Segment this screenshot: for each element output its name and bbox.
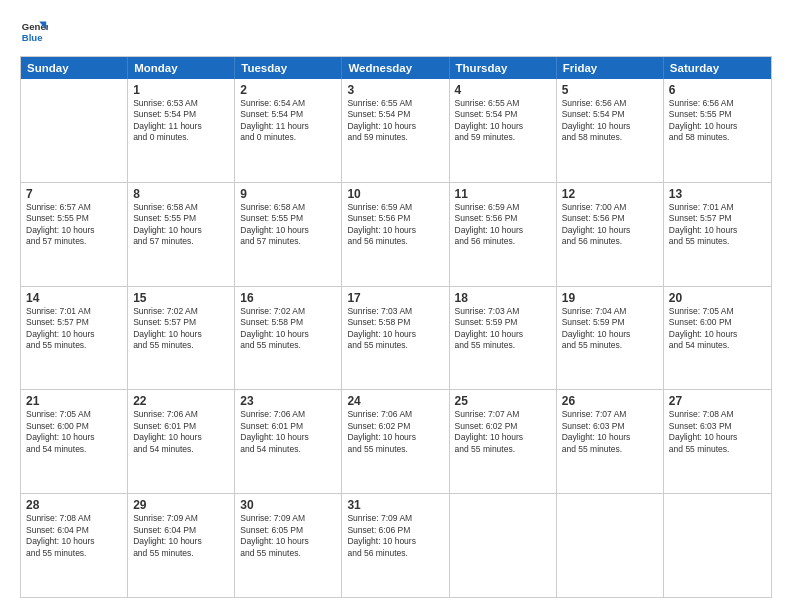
day-number: 29 xyxy=(133,498,229,512)
header-day-monday: Monday xyxy=(128,57,235,79)
header-day-saturday: Saturday xyxy=(664,57,771,79)
calendar-cell: 15Sunrise: 7:02 AM Sunset: 5:57 PM Dayli… xyxy=(128,287,235,390)
day-info: Sunrise: 6:56 AM Sunset: 5:55 PM Dayligh… xyxy=(669,98,766,144)
day-number: 18 xyxy=(455,291,551,305)
day-number: 3 xyxy=(347,83,443,97)
day-number: 17 xyxy=(347,291,443,305)
day-number: 9 xyxy=(240,187,336,201)
calendar-cell xyxy=(450,494,557,597)
day-info: Sunrise: 6:54 AM Sunset: 5:54 PM Dayligh… xyxy=(240,98,336,144)
calendar-cell: 23Sunrise: 7:06 AM Sunset: 6:01 PM Dayli… xyxy=(235,390,342,493)
calendar-cell: 19Sunrise: 7:04 AM Sunset: 5:59 PM Dayli… xyxy=(557,287,664,390)
day-info: Sunrise: 6:55 AM Sunset: 5:54 PM Dayligh… xyxy=(455,98,551,144)
day-number: 4 xyxy=(455,83,551,97)
calendar-cell: 10Sunrise: 6:59 AM Sunset: 5:56 PM Dayli… xyxy=(342,183,449,286)
day-number: 22 xyxy=(133,394,229,408)
page: General Blue SundayMondayTuesdayWednesda… xyxy=(0,0,792,612)
day-number: 21 xyxy=(26,394,122,408)
calendar-cell: 22Sunrise: 7:06 AM Sunset: 6:01 PM Dayli… xyxy=(128,390,235,493)
day-info: Sunrise: 7:07 AM Sunset: 6:02 PM Dayligh… xyxy=(455,409,551,455)
day-number: 30 xyxy=(240,498,336,512)
day-number: 19 xyxy=(562,291,658,305)
calendar-cell: 5Sunrise: 6:56 AM Sunset: 5:54 PM Daylig… xyxy=(557,79,664,182)
day-number: 12 xyxy=(562,187,658,201)
day-number: 14 xyxy=(26,291,122,305)
calendar-cell: 6Sunrise: 6:56 AM Sunset: 5:55 PM Daylig… xyxy=(664,79,771,182)
calendar-cell: 27Sunrise: 7:08 AM Sunset: 6:03 PM Dayli… xyxy=(664,390,771,493)
day-number: 13 xyxy=(669,187,766,201)
day-number: 24 xyxy=(347,394,443,408)
calendar-cell: 13Sunrise: 7:01 AM Sunset: 5:57 PM Dayli… xyxy=(664,183,771,286)
day-info: Sunrise: 7:00 AM Sunset: 5:56 PM Dayligh… xyxy=(562,202,658,248)
day-info: Sunrise: 7:04 AM Sunset: 5:59 PM Dayligh… xyxy=(562,306,658,352)
calendar-week-3: 14Sunrise: 7:01 AM Sunset: 5:57 PM Dayli… xyxy=(21,287,771,391)
day-number: 26 xyxy=(562,394,658,408)
calendar-week-5: 28Sunrise: 7:08 AM Sunset: 6:04 PM Dayli… xyxy=(21,494,771,597)
calendar-cell: 21Sunrise: 7:05 AM Sunset: 6:00 PM Dayli… xyxy=(21,390,128,493)
day-info: Sunrise: 6:55 AM Sunset: 5:54 PM Dayligh… xyxy=(347,98,443,144)
calendar-cell: 29Sunrise: 7:09 AM Sunset: 6:04 PM Dayli… xyxy=(128,494,235,597)
calendar-cell: 12Sunrise: 7:00 AM Sunset: 5:56 PM Dayli… xyxy=(557,183,664,286)
day-number: 1 xyxy=(133,83,229,97)
day-number: 11 xyxy=(455,187,551,201)
calendar-cell: 4Sunrise: 6:55 AM Sunset: 5:54 PM Daylig… xyxy=(450,79,557,182)
header: General Blue xyxy=(20,18,772,46)
day-info: Sunrise: 7:08 AM Sunset: 6:04 PM Dayligh… xyxy=(26,513,122,559)
day-info: Sunrise: 7:01 AM Sunset: 5:57 PM Dayligh… xyxy=(669,202,766,248)
calendar-cell: 11Sunrise: 6:59 AM Sunset: 5:56 PM Dayli… xyxy=(450,183,557,286)
calendar-cell: 3Sunrise: 6:55 AM Sunset: 5:54 PM Daylig… xyxy=(342,79,449,182)
day-info: Sunrise: 7:07 AM Sunset: 6:03 PM Dayligh… xyxy=(562,409,658,455)
day-info: Sunrise: 7:06 AM Sunset: 6:01 PM Dayligh… xyxy=(133,409,229,455)
day-info: Sunrise: 7:09 AM Sunset: 6:06 PM Dayligh… xyxy=(347,513,443,559)
day-info: Sunrise: 6:59 AM Sunset: 5:56 PM Dayligh… xyxy=(347,202,443,248)
header-day-thursday: Thursday xyxy=(450,57,557,79)
calendar-body: 1Sunrise: 6:53 AM Sunset: 5:54 PM Daylig… xyxy=(21,79,771,597)
day-number: 25 xyxy=(455,394,551,408)
calendar-cell: 8Sunrise: 6:58 AM Sunset: 5:55 PM Daylig… xyxy=(128,183,235,286)
day-info: Sunrise: 7:03 AM Sunset: 5:58 PM Dayligh… xyxy=(347,306,443,352)
day-number: 10 xyxy=(347,187,443,201)
calendar-cell: 31Sunrise: 7:09 AM Sunset: 6:06 PM Dayli… xyxy=(342,494,449,597)
header-day-tuesday: Tuesday xyxy=(235,57,342,79)
calendar-cell: 9Sunrise: 6:58 AM Sunset: 5:55 PM Daylig… xyxy=(235,183,342,286)
day-number: 20 xyxy=(669,291,766,305)
day-number: 15 xyxy=(133,291,229,305)
calendar-cell xyxy=(557,494,664,597)
calendar-cell: 2Sunrise: 6:54 AM Sunset: 5:54 PM Daylig… xyxy=(235,79,342,182)
day-number: 27 xyxy=(669,394,766,408)
day-info: Sunrise: 7:06 AM Sunset: 6:02 PM Dayligh… xyxy=(347,409,443,455)
day-info: Sunrise: 7:05 AM Sunset: 6:00 PM Dayligh… xyxy=(26,409,122,455)
logo-icon: General Blue xyxy=(20,18,48,46)
calendar-cell: 20Sunrise: 7:05 AM Sunset: 6:00 PM Dayli… xyxy=(664,287,771,390)
calendar-cell: 17Sunrise: 7:03 AM Sunset: 5:58 PM Dayli… xyxy=(342,287,449,390)
header-day-friday: Friday xyxy=(557,57,664,79)
calendar-cell: 28Sunrise: 7:08 AM Sunset: 6:04 PM Dayli… xyxy=(21,494,128,597)
day-info: Sunrise: 6:57 AM Sunset: 5:55 PM Dayligh… xyxy=(26,202,122,248)
day-number: 16 xyxy=(240,291,336,305)
day-number: 23 xyxy=(240,394,336,408)
day-info: Sunrise: 7:09 AM Sunset: 6:05 PM Dayligh… xyxy=(240,513,336,559)
calendar-week-1: 1Sunrise: 6:53 AM Sunset: 5:54 PM Daylig… xyxy=(21,79,771,183)
day-info: Sunrise: 7:03 AM Sunset: 5:59 PM Dayligh… xyxy=(455,306,551,352)
calendar-cell xyxy=(21,79,128,182)
day-info: Sunrise: 7:09 AM Sunset: 6:04 PM Dayligh… xyxy=(133,513,229,559)
day-number: 6 xyxy=(669,83,766,97)
calendar: SundayMondayTuesdayWednesdayThursdayFrid… xyxy=(20,56,772,598)
day-info: Sunrise: 7:08 AM Sunset: 6:03 PM Dayligh… xyxy=(669,409,766,455)
day-number: 31 xyxy=(347,498,443,512)
day-info: Sunrise: 7:05 AM Sunset: 6:00 PM Dayligh… xyxy=(669,306,766,352)
calendar-cell xyxy=(664,494,771,597)
header-day-wednesday: Wednesday xyxy=(342,57,449,79)
calendar-week-2: 7Sunrise: 6:57 AM Sunset: 5:55 PM Daylig… xyxy=(21,183,771,287)
day-info: Sunrise: 6:59 AM Sunset: 5:56 PM Dayligh… xyxy=(455,202,551,248)
calendar-cell: 18Sunrise: 7:03 AM Sunset: 5:59 PM Dayli… xyxy=(450,287,557,390)
calendar-cell: 25Sunrise: 7:07 AM Sunset: 6:02 PM Dayli… xyxy=(450,390,557,493)
day-info: Sunrise: 7:02 AM Sunset: 5:57 PM Dayligh… xyxy=(133,306,229,352)
calendar-header: SundayMondayTuesdayWednesdayThursdayFrid… xyxy=(21,57,771,79)
day-number: 2 xyxy=(240,83,336,97)
day-number: 28 xyxy=(26,498,122,512)
calendar-cell: 30Sunrise: 7:09 AM Sunset: 6:05 PM Dayli… xyxy=(235,494,342,597)
day-info: Sunrise: 6:53 AM Sunset: 5:54 PM Dayligh… xyxy=(133,98,229,144)
calendar-cell: 16Sunrise: 7:02 AM Sunset: 5:58 PM Dayli… xyxy=(235,287,342,390)
calendar-cell: 7Sunrise: 6:57 AM Sunset: 5:55 PM Daylig… xyxy=(21,183,128,286)
